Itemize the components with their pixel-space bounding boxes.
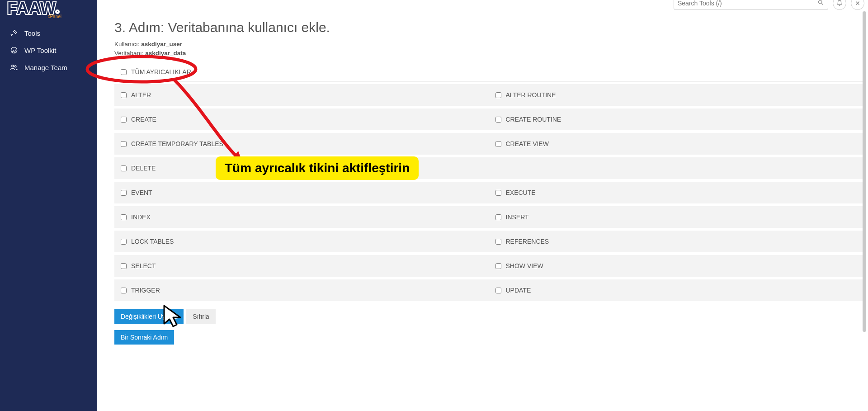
privilege-row: EVENTEXECUTE [114, 182, 863, 203]
sidebar: FAAW cPanel Tools WP Toolkit [0, 0, 97, 411]
privilege-label: TRIGGER [131, 287, 160, 294]
search-icon [817, 0, 824, 7]
apply-button[interactable]: Değişiklikleri Uygula [114, 309, 184, 324]
privilege-checkbox[interactable] [121, 239, 127, 245]
privilege-label: EVENT [131, 189, 152, 196]
privilege-label: SELECT [131, 262, 156, 269]
privilege-right[interactable]: ALTER ROUTINE [489, 84, 864, 106]
privilege-checkbox[interactable] [495, 239, 501, 245]
privilege-checkbox[interactable] [495, 141, 501, 147]
privilege-label: ALTER ROUTINE [506, 91, 556, 99]
privilege-checkbox[interactable] [121, 288, 127, 293]
privilege-row: CREATE TEMPORARY TABLESCREATE VIEW [114, 133, 863, 155]
close-icon [855, 0, 860, 6]
privilege-label: EXECUTE [506, 189, 536, 196]
notifications-button[interactable] [833, 0, 846, 10]
privilege-label: LOCK TABLES [131, 238, 174, 245]
logo-dot-icon [55, 9, 60, 14]
wordpress-icon [10, 46, 18, 54]
privilege-right[interactable]: REFERENCES [489, 231, 864, 252]
user-label: Kullanıcı: [114, 41, 140, 47]
privilege-left[interactable]: SELECT [114, 255, 489, 277]
db-line: Veritabanı: askdiyar_data [114, 49, 863, 58]
privilege-label: ALTER [131, 91, 151, 99]
user-line: Kullanıcı: askdiyar_user [114, 40, 863, 49]
privilege-checkbox[interactable] [121, 263, 127, 269]
privilege-label: CREATE TEMPORARY TABLES [131, 140, 223, 147]
privilege-label: CREATE VIEW [506, 140, 549, 147]
db-value: askdiyar_data [145, 50, 186, 57]
topbar [674, 0, 864, 7]
privilege-left[interactable]: LOCK TABLES [114, 231, 489, 252]
privilege-label: CREATE ROUTINE [506, 116, 561, 123]
next-step-button[interactable]: Bir Sonraki Adım [114, 330, 174, 345]
privilege-row: INDEXINSERT [114, 206, 863, 228]
privilege-checkbox[interactable] [495, 214, 501, 220]
privilege-right[interactable]: INSERT [489, 206, 864, 228]
all-privileges-label: TÜM AYRICALIKLAR [131, 68, 191, 76]
sidebar-item-manage-team[interactable]: Manage Team [0, 59, 97, 76]
privilege-checkbox[interactable] [495, 92, 501, 98]
scrollbar-track[interactable] [863, 0, 866, 411]
privilege-checkbox[interactable] [121, 165, 127, 171]
privilege-label: REFERENCES [506, 238, 549, 245]
tools-icon [10, 29, 18, 37]
search-box[interactable] [674, 0, 828, 10]
privilege-checkbox[interactable] [121, 141, 127, 147]
reset-button[interactable]: Sıfırla [186, 309, 216, 324]
privilege-checkbox[interactable] [495, 288, 501, 293]
db-label: Veritabanı: [114, 50, 144, 57]
all-privileges-input[interactable] [121, 69, 127, 75]
privileges-grid: ALTERALTER ROUTINECREATECREATE ROUTINECR… [114, 84, 863, 301]
privilege-right[interactable]: CREATE ROUTINE [489, 109, 864, 130]
svg-point-1 [12, 65, 14, 67]
privilege-row: ALTERALTER ROUTINE [114, 84, 863, 106]
search-input[interactable] [678, 0, 817, 9]
privilege-left[interactable]: ALTER [114, 84, 489, 106]
privilege-row: SELECTSHOW VIEW [114, 255, 863, 277]
privilege-row: TRIGGERUPDATE [114, 279, 863, 301]
privilege-row: CREATECREATE ROUTINE [114, 109, 863, 130]
privilege-checkbox[interactable] [121, 117, 127, 123]
privilege-checkbox[interactable] [121, 190, 127, 196]
sidebar-item-tools[interactable]: Tools [0, 24, 97, 42]
logo-subtext: cPanel [47, 14, 61, 19]
bell-icon [836, 0, 843, 6]
privilege-left[interactable]: CREATE [114, 109, 489, 130]
button-row: Değişiklikleri Uygula Sıfırla [114, 309, 863, 324]
privilege-right[interactable]: CREATE VIEW [489, 133, 864, 155]
scrollbar-thumb[interactable] [863, 11, 866, 332]
svg-point-3 [819, 0, 822, 4]
annotation-callout: Tüm ayrıcalık tikini aktifleştirin [216, 156, 419, 180]
sidebar-item-label: Manage Team [24, 64, 67, 71]
privilege-right[interactable]: UPDATE [489, 279, 864, 301]
sidebar-item-label: Tools [24, 29, 40, 37]
privilege-right[interactable]: SHOW VIEW [489, 255, 864, 277]
sidebar-item-wp-toolkit[interactable]: WP Toolkit [0, 42, 97, 59]
privilege-label: INDEX [131, 213, 151, 221]
all-privileges-checkbox[interactable]: TÜM AYRICALIKLAR [114, 57, 863, 81]
privilege-left[interactable]: EVENT [114, 182, 489, 203]
privilege-checkbox[interactable] [121, 214, 127, 220]
app-root: FAAW cPanel Tools WP Toolkit [0, 0, 868, 411]
privilege-label: DELETE [131, 165, 156, 172]
privilege-label: INSERT [506, 213, 529, 221]
sidebar-item-label: WP Toolkit [24, 47, 56, 54]
svg-point-2 [14, 66, 16, 67]
team-icon [10, 63, 18, 71]
main-content: 3. Adım: Veritabanına kullanıcı ekle. Ku… [97, 0, 868, 411]
privilege-left[interactable]: CREATE TEMPORARY TABLES [114, 133, 489, 155]
privilege-checkbox[interactable] [495, 117, 501, 123]
privilege-checkbox[interactable] [121, 92, 127, 98]
privilege-left[interactable]: TRIGGER [114, 279, 489, 301]
privilege-right[interactable]: EXECUTE [489, 182, 864, 203]
privilege-checkbox[interactable] [495, 263, 501, 269]
privilege-row: LOCK TABLESREFERENCES [114, 231, 863, 252]
privilege-checkbox[interactable] [495, 190, 501, 196]
privilege-left[interactable]: INDEX [114, 206, 489, 228]
logo: FAAW cPanel [0, 2, 97, 24]
page-title: 3. Adım: Veritabanına kullanıcı ekle. [114, 20, 863, 35]
privilege-label: SHOW VIEW [506, 262, 543, 269]
privilege-label: CREATE [131, 116, 156, 123]
privilege-label: UPDATE [506, 287, 531, 294]
